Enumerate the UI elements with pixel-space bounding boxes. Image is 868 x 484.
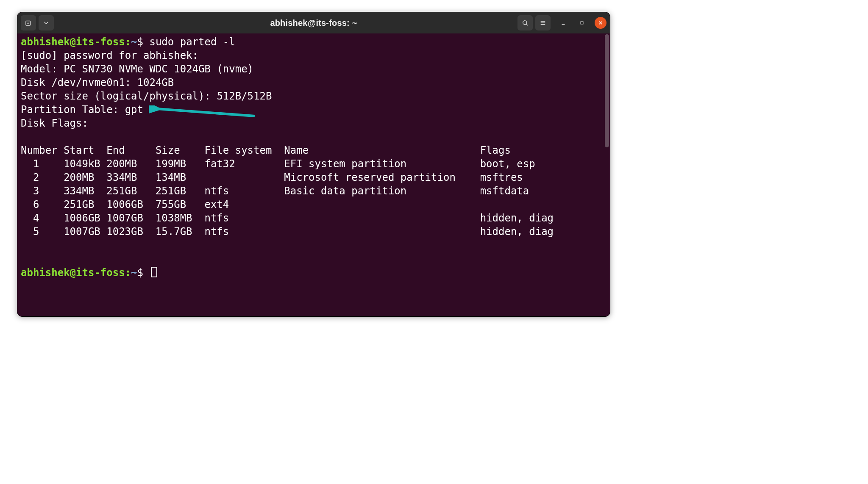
output-dflags: Disk Flags: xyxy=(21,117,88,129)
prompt-colon: : xyxy=(125,267,131,279)
cursor xyxy=(151,267,157,277)
prompt-path: ~ xyxy=(131,267,137,279)
tab-dropdown-button[interactable] xyxy=(39,15,54,30)
minimize-icon xyxy=(560,20,566,26)
td-end: 1006GB xyxy=(106,198,156,211)
prompt-path: ~ xyxy=(131,36,137,48)
td-size: 1038MB xyxy=(156,211,205,225)
prompt-symbol: $ xyxy=(137,267,143,279)
table-row: 51007GB1023GB15.7GBntfshidden, diag xyxy=(21,226,554,238)
svg-rect-9 xyxy=(581,22,583,24)
table-row: 6251GB1006GB755GBext4 xyxy=(21,199,480,210)
td-size: 134MB xyxy=(156,171,205,184)
output-sector: Sector size (logical/physical): 512B/512… xyxy=(21,90,272,102)
th-start: Start xyxy=(64,144,106,157)
td-start: 1007GB xyxy=(64,225,106,238)
table-row: 41006GB1007GB1038MBntfshidden, diag xyxy=(21,212,554,224)
td-number: 3 xyxy=(27,184,39,198)
prompt-line-2: abhishek@its-foss:~$ xyxy=(21,267,157,279)
td-end: 251GB xyxy=(106,184,156,198)
td-fs: ntfs xyxy=(204,225,284,238)
td-fs: ext4 xyxy=(204,198,284,211)
td-end: 1007GB xyxy=(106,211,156,225)
th-fs: File system xyxy=(204,144,284,157)
maximize-icon xyxy=(579,20,585,26)
td-size: 199MB xyxy=(156,157,205,171)
td-name: Microsoft reserved partition xyxy=(284,171,480,184)
td-start: 334MB xyxy=(64,184,106,198)
prompt-line-1: abhishek@its-foss:~$ sudo parted -l xyxy=(21,36,235,48)
table-row: 11049kB200MB199MBfat32EFI system partiti… xyxy=(21,158,535,170)
close-icon xyxy=(598,20,604,26)
menu-button[interactable] xyxy=(535,15,551,30)
th-size: Size xyxy=(156,144,205,157)
td-size: 755GB xyxy=(156,198,205,211)
td-number: 4 xyxy=(27,211,39,225)
hamburger-icon xyxy=(539,19,547,27)
new-tab-button[interactable] xyxy=(21,15,36,30)
td-number: 6 xyxy=(27,198,39,211)
td-name: Basic data partition xyxy=(284,184,480,198)
td-number: 5 xyxy=(27,225,39,238)
table-header-row: NumberStartEndSizeFile systemNameFlags xyxy=(21,144,511,156)
table-row: 3334MB251GB251GBntfsBasic data partition… xyxy=(21,185,529,197)
td-number: 1 xyxy=(27,157,39,171)
prompt-colon: : xyxy=(125,36,131,48)
td-end: 334MB xyxy=(106,171,156,184)
td-size: 15.7GB xyxy=(156,225,205,238)
th-name: Name xyxy=(284,144,480,157)
td-flags: hidden, diag xyxy=(480,225,554,238)
th-number: Number xyxy=(21,144,64,157)
prompt-user-host: abhishek@its-foss xyxy=(21,36,125,48)
td-start: 200MB xyxy=(64,171,106,184)
td-end: 200MB xyxy=(106,157,156,171)
output-ptable: Partition Table: gpt xyxy=(21,104,143,116)
td-fs: ntfs xyxy=(204,211,284,225)
table-row: 2200MB334MB134MBMicrosoft reserved parti… xyxy=(21,171,523,183)
td-name: EFI system partition xyxy=(284,157,480,171)
output-disk: Disk /dev/nvme0n1: 1024GB xyxy=(21,77,174,89)
new-tab-icon xyxy=(25,19,32,27)
td-fs: ntfs xyxy=(204,184,284,198)
maximize-button[interactable] xyxy=(576,17,588,29)
td-flags: boot, esp xyxy=(480,157,535,171)
td-flags: hidden, diag xyxy=(480,211,554,225)
scrollbar-thumb[interactable] xyxy=(605,34,609,147)
prompt-symbol: $ xyxy=(137,36,143,48)
td-fs: fat32 xyxy=(204,157,284,171)
close-button[interactable] xyxy=(595,17,606,29)
output-sudo: [sudo] password for abhishek: xyxy=(21,50,198,61)
td-start: 251GB xyxy=(64,198,106,211)
terminal-body-wrap: abhishek@its-foss:~$ sudo parted -l [sud… xyxy=(17,33,610,316)
minimize-button[interactable] xyxy=(557,17,569,29)
td-start: 1006GB xyxy=(64,211,106,225)
td-number: 2 xyxy=(27,171,39,184)
command-text: sudo parted -l xyxy=(149,36,235,48)
output-model: Model: PC SN730 NVMe WDC 1024GB (nvme) xyxy=(21,63,253,75)
td-flags: msftres xyxy=(480,171,523,184)
td-size: 251GB xyxy=(156,184,205,198)
search-icon xyxy=(521,19,529,27)
terminal-window: abhishek@its-foss: ~ xyxy=(17,12,610,317)
search-button[interactable] xyxy=(517,15,533,30)
prompt-user-host: abhishek@its-foss xyxy=(21,267,125,279)
titlebar-right-group xyxy=(517,15,606,30)
td-end: 1023GB xyxy=(106,225,156,238)
svg-line-4 xyxy=(526,24,528,25)
terminal-body[interactable]: abhishek@its-foss:~$ sudo parted -l [sud… xyxy=(17,33,610,316)
th-end: End xyxy=(106,144,156,157)
th-flags: Flags xyxy=(480,144,511,157)
svg-point-3 xyxy=(523,21,527,25)
td-start: 1049kB xyxy=(64,157,106,171)
chevron-down-icon xyxy=(42,19,50,27)
td-flags: msftdata xyxy=(480,184,529,198)
titlebar: abhishek@its-foss: ~ xyxy=(17,12,610,33)
titlebar-left-group xyxy=(21,15,54,30)
